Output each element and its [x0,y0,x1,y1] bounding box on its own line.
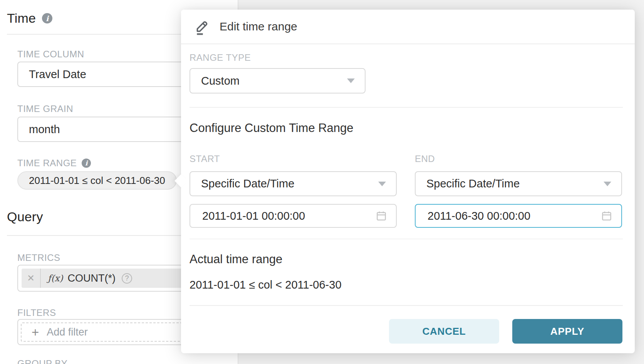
metric-name: COUNT(*) [67,272,115,284]
group-by-label: GROUP BY [17,358,67,364]
actual-time-range-heading: Actual time range [190,252,282,266]
start-label: START [190,154,397,164]
add-filter-label: Add filter [47,326,88,338]
range-type-value: Custom [201,75,240,87]
end-column: END Specific Date/Time 2011-06-30 00:00:… [415,154,622,228]
end-datetime-input[interactable]: 2011-06-30 00:00:00 [415,204,622,228]
end-mode-value: Specific Date/Time [426,177,520,190]
footer-divider [190,305,623,306]
start-mode-value: Specific Date/Time [201,177,294,190]
plus-icon: + [32,326,39,339]
popover-header: Edit time range [181,10,635,44]
divider [190,239,623,239]
calendar-icon[interactable] [601,210,612,222]
query-section-title: Query [7,209,43,224]
start-datetime-value: 2011-01-01 00:00:00 [202,210,305,222]
info-icon[interactable]: i [42,13,52,23]
time-grain-label: TIME GRAIN [17,104,73,114]
remove-metric-icon[interactable]: ✕ [22,273,40,284]
divider [190,107,623,108]
time-range-label-row: TIME RANGE i [17,158,91,169]
configure-heading: Configure Custom Time Range [190,121,354,135]
actual-time-range-value: 2011-01-01 ≤ col < 2011-06-30 [190,279,342,291]
end-mode-select[interactable]: Specific Date/Time [415,171,622,196]
start-column: START Specific Date/Time 2011-01-01 00:0… [190,154,397,228]
info-icon[interactable]: i [82,159,91,168]
calendar-icon[interactable] [376,210,387,222]
query-section-header: Query [7,209,43,224]
edit-pencil-icon [195,18,211,35]
time-column-label: TIME COLUMN [17,49,84,60]
time-section-header: Time i [7,11,52,26]
end-label: END [415,154,622,164]
filters-label: FILTERS [17,307,56,318]
time-column-value: Travel Date [29,68,86,81]
cancel-button[interactable]: CANCEL [389,319,499,344]
range-type-label: RANGE TYPE [190,52,251,63]
explore-page: Time i TIME COLUMN Travel Date TIME GRAI… [0,0,644,364]
start-datetime-input[interactable]: 2011-01-01 00:00:00 [190,204,397,228]
function-icon: ƒ(x) [48,273,63,283]
chevron-down-icon [378,182,386,186]
range-type-select[interactable]: Custom [190,68,366,94]
apply-button[interactable]: APPLY [512,319,622,344]
time-range-label: TIME RANGE [17,158,77,169]
time-section-title: Time [7,11,36,26]
start-mode-select[interactable]: Specific Date/Time [190,171,397,196]
chevron-down-icon [604,182,611,186]
metrics-label: METRICS [17,252,60,263]
end-datetime-value: 2011-06-30 00:00:00 [428,210,530,222]
chevron-down-icon [347,78,355,83]
help-icon[interactable]: ? [122,273,132,284]
time-range-pill[interactable]: 2011-01-01 ≤ col < 2011-06-30 [17,171,177,190]
edit-time-range-popover: Edit time range RANGE TYPE Custom Config… [181,10,635,353]
popover-title: Edit time range [220,20,297,33]
chip-divider [40,269,41,288]
time-grain-value: month [29,123,60,136]
